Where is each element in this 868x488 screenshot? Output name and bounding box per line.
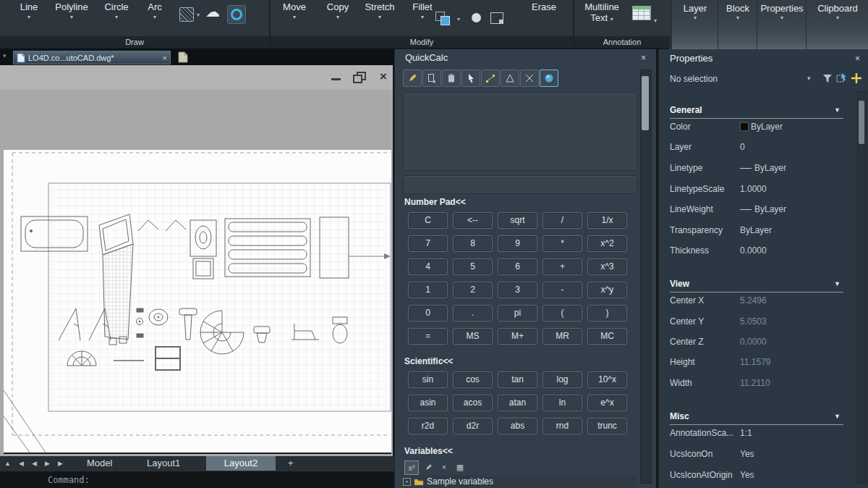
chevron-down-icon[interactable]: ▾ [807,75,811,82]
calculator-icon[interactable]: ▦ [454,460,467,474]
property-value[interactable]: ByLayer [740,163,786,173]
ribbon-button-circle[interactable]: Circle ▾ [100,1,133,20]
calc-key[interactable]: MC [587,328,627,345]
calc-key[interactable]: 8 [453,235,493,252]
calc-key[interactable]: MR [542,328,582,345]
chevron-down-icon[interactable]: ▾ [197,12,200,18]
tab-layout2-active[interactable]: Layout2 [206,456,276,471]
ribbon-panel-layer[interactable]: Layer ▾ [671,0,718,49]
variable-tree-row[interactable]: + Sample variables [403,475,636,488]
calc-key[interactable]: ) [587,305,627,321]
help-globe-icon[interactable] [540,70,558,87]
select-objects-icon[interactable] [835,72,848,88]
nav-first-icon[interactable]: ◀ [19,459,24,468]
calc-key[interactable]: sin [408,371,448,388]
drawing-window-titlebar[interactable]: × [0,65,393,90]
calc-key[interactable]: log [542,371,582,388]
drawing-canvas[interactable] [4,150,391,453]
ribbon-button-copy[interactable]: Copy ▾ [323,1,353,20]
ribbon-button-stretch[interactable]: Stretch ▾ [360,1,399,20]
calc-key[interactable]: 0 [408,305,448,321]
quickcalc-scrollbar[interactable] [640,70,652,484]
new-variable-icon[interactable]: x² [404,460,419,475]
property-value[interactable]: ByLayer [740,122,783,132]
nav-next-icon[interactable]: ▶ [45,459,50,468]
calc-key[interactable]: r2d [408,418,448,434]
angle-of-line-icon[interactable] [501,70,519,87]
calc-key[interactable]: d2r [453,418,493,434]
new-drawing-icon[interactable] [178,51,188,63]
nav-last-icon[interactable]: ▶ [58,459,63,468]
toggle-pickadd-icon[interactable] [850,72,863,88]
calc-key[interactable]: acos [453,395,493,411]
add-layout-button[interactable]: + [288,456,294,471]
calc-key[interactable]: x^2 [587,235,627,252]
selection-dropdown[interactable]: No selection [670,74,718,84]
calc-key[interactable]: + [542,258,582,275]
revision-cloud-icon[interactable]: ☁ [205,3,220,20]
calc-key[interactable]: x^y [587,282,627,298]
explode-icon[interactable] [472,13,481,22]
close-icon[interactable]: × [163,54,167,62]
property-value[interactable]: 5.0503 [740,316,767,327]
calc-key[interactable]: ln [542,395,582,411]
general-section-header[interactable]: General▼ [670,105,843,119]
calc-key[interactable]: 1/x [587,212,627,229]
ribbon-button-move[interactable]: Move ▾ [279,1,310,20]
property-value[interactable]: 5.2496 [740,295,767,306]
calc-key[interactable]: x^3 [587,258,627,275]
ribbon-panel-properties[interactable]: Properties ▾ [757,0,807,49]
ribbon-button-arc[interactable]: Arc ▾ [140,1,169,20]
tab-model[interactable]: Model [87,456,112,471]
calc-key[interactable]: 10^x [587,371,627,388]
calc-key[interactable]: . [453,305,493,321]
minimize-button[interactable] [327,70,344,84]
close-icon[interactable]: × [855,54,860,64]
collapse-triangle-icon[interactable]: ▼ [834,413,841,420]
calc-key[interactable]: - [542,282,582,298]
variables-section-header[interactable]: Variables<< [404,446,453,456]
collapse-triangle-icon[interactable]: ▼ [834,280,841,287]
table-icon[interactable] [632,6,651,20]
clear-icon[interactable] [403,70,422,87]
draw-panel-strip[interactable]: Draw [0,36,269,48]
clear-history-icon[interactable] [422,70,441,87]
calc-key[interactable]: 6 [498,258,537,275]
ribbon-button-multiline-text[interactable]: Multiline Text ▾ [576,1,628,25]
document-tab-active[interactable]: LO4D.co...utoCAD.dwg* × [13,51,171,64]
restore-button[interactable] [350,70,367,84]
hatch-icon[interactable] [179,7,194,22]
center-mark-icon[interactable] [227,5,246,24]
calc-key[interactable]: 3 [498,282,537,298]
nav-prev-icon[interactable]: ◀ [32,459,37,468]
quickcalc-history-area[interactable] [403,93,637,171]
number-pad-section-header[interactable]: Number Pad<< [404,197,466,207]
property-value[interactable]: 1:1 [740,428,752,438]
property-value[interactable]: 11.1579 [740,357,771,367]
property-value[interactable]: ByLayer [740,225,772,235]
ribbon-button-erase[interactable]: Erase [527,1,561,13]
scientific-section-header[interactable]: Scientific<< [404,356,453,366]
calc-key[interactable]: e^x [587,395,627,411]
close-icon[interactable]: × [641,53,646,63]
calc-key[interactable]: 2 [453,282,493,298]
calc-key[interactable]: 5 [453,258,493,275]
chevron-down-icon[interactable]: ▾ [654,17,657,24]
ribbon-panel-clipboard[interactable]: Clipboard ▾ [806,0,868,49]
distance-between-points-icon[interactable] [481,70,500,87]
tab-layout1[interactable]: Layout1 [147,456,180,471]
calc-key[interactable]: tan [498,371,537,388]
property-value[interactable]: 0.0000 [740,245,767,256]
expand-icon[interactable]: + [403,478,411,486]
calc-key[interactable]: abs [498,418,537,434]
collapse-triangle-icon[interactable]: ▼ [834,106,841,114]
calc-key[interactable]: ( [542,305,582,321]
calc-key[interactable]: 9 [498,235,537,252]
property-value[interactable]: Yes [740,449,754,459]
layout-menu-icon[interactable]: ▲ [4,459,11,468]
command-line[interactable]: Command: [0,471,394,488]
properties-scrollbar[interactable] [857,91,867,484]
quick-select-icon[interactable] [821,72,834,88]
calc-key[interactable]: MS [453,328,493,345]
annotation-panel-strip[interactable]: Annotation [574,36,670,48]
